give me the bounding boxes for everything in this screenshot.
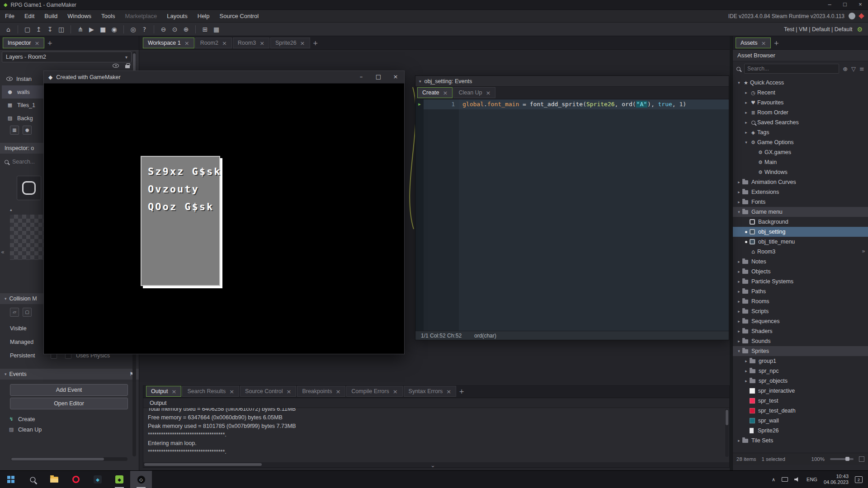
game-menu-item[interactable]: QOoz G$sk: [148, 201, 219, 212]
scrollbar-thumb[interactable]: [144, 463, 262, 466]
output-tab-breakpoints[interactable]: Breakpoints×: [297, 386, 345, 397]
output-tab-search-results[interactable]: Search Results×: [182, 386, 239, 397]
tree-arrow-icon[interactable]: ▸: [736, 190, 742, 194]
minimize-button[interactable]: –: [822, 0, 837, 10]
event-tab-clean-up[interactable]: Clean Up×: [453, 87, 495, 98]
asset-rooms[interactable]: ▸Rooms: [733, 296, 868, 306]
gamemaker-runner-taskbar-icon[interactable]: ◇: [130, 471, 152, 488]
scrollbar-thumb[interactable]: [726, 410, 728, 425]
horizontal-scrollbar[interactable]: [143, 462, 729, 467]
sprite-preview-thumbnail[interactable]: [17, 176, 41, 200]
export-button[interactable]: ↥: [33, 24, 44, 35]
view-toggle-icon[interactable]: [859, 456, 864, 462]
tree-arrow-icon[interactable]: ▸: [743, 369, 750, 373]
close-button[interactable]: ×: [387, 71, 404, 84]
vertical-scrollbar[interactable]: [725, 409, 729, 457]
tree-arrow-icon[interactable]: ▸: [743, 100, 750, 105]
tree-arrow-icon[interactable]: ▸: [736, 259, 742, 264]
asset-spr-objects[interactable]: ▸spr_objects: [733, 376, 868, 386]
tree-arrow-icon[interactable]: ▾: [736, 210, 742, 214]
asset-spr-test-death[interactable]: spr_test_death: [733, 406, 868, 416]
assets-tab[interactable]: Assets ×: [736, 38, 771, 48]
explorer-taskbar-icon[interactable]: [43, 471, 65, 488]
volume-icon[interactable]: [794, 477, 800, 482]
stop-button[interactable]: ■: [97, 24, 108, 35]
workspace-tab-workspace-1[interactable]: Workspace 1×: [143, 38, 194, 48]
scrollbar-thumb[interactable]: [11, 458, 104, 460]
close-icon[interactable]: ×: [393, 388, 398, 395]
save-button[interactable]: ◫: [56, 24, 67, 35]
close-icon[interactable]: ×: [335, 388, 340, 395]
collision-shape-button[interactable]: ▱: [10, 308, 19, 317]
asset-favourites[interactable]: ▸♥Favourites: [733, 98, 868, 108]
output-tab-source-control[interactable]: Source Control×: [240, 386, 296, 397]
close-icon[interactable]: ×: [286, 388, 291, 395]
asset-spr-npc[interactable]: ▸spr_npc: [733, 366, 868, 376]
asset-obj-setting[interactable]: obj_setting: [733, 227, 868, 237]
asset-sounds[interactable]: ▸Sounds: [733, 336, 868, 346]
event-tab-create[interactable]: Create×: [417, 87, 453, 98]
asset-spr-test[interactable]: spr_test: [733, 396, 868, 406]
code-area[interactable]: global.font_main = font_add_sprite(Sprit…: [459, 99, 729, 331]
game-viewport[interactable]: Sz9xz G$skOvzoutyQOoz G$sk: [44, 84, 404, 354]
home-button[interactable]: ⌂: [3, 24, 14, 35]
target-settings-icon[interactable]: ⚙: [857, 26, 863, 33]
menu-source-control[interactable]: Source Control: [215, 10, 264, 23]
asset-saved-searches[interactable]: ▸Saved Searches: [733, 117, 868, 127]
menu-help[interactable]: Help: [193, 10, 215, 23]
asset-recent[interactable]: ▸◷Recent: [733, 88, 868, 98]
workspace-tab-room3[interactable]: Room3×: [233, 38, 269, 48]
open-editor-button[interactable]: Open Editor: [10, 398, 128, 409]
asset-tags[interactable]: ▸◈Tags: [733, 127, 868, 137]
tree-arrow-icon[interactable]: ▸: [736, 438, 742, 443]
layout-button[interactable]: ▦: [211, 24, 222, 35]
code-editor[interactable]: ▸ 1 global.font_main = font_add_sprite(S…: [415, 99, 729, 331]
asset-paths[interactable]: ▸Paths: [733, 286, 868, 296]
menu-layouts[interactable]: Layouts: [162, 10, 193, 23]
breakpoint-margin[interactable]: ▸: [415, 99, 424, 331]
app-taskbar-icon[interactable]: ◆: [87, 471, 108, 488]
new-button[interactable]: ▢: [22, 24, 33, 35]
menu-build[interactable]: Build: [39, 10, 62, 23]
start-taskbar-icon[interactable]: [0, 471, 22, 488]
grid-button[interactable]: ⊞: [199, 24, 211, 35]
tree-arrow-icon[interactable]: ▸: [743, 110, 750, 115]
menu-tools[interactable]: Tools: [96, 10, 120, 23]
tree-arrow-icon[interactable]: ▸: [743, 379, 750, 383]
window-titlebar[interactable]: ◆ RPG Game1 - GameMaker – □ ×: [0, 0, 868, 10]
add-instance-layer-button[interactable]: ●: [23, 126, 32, 135]
runner-titlebar[interactable]: ◆ Created with GameMaker – □ ×: [44, 71, 404, 84]
asset-animation-curves[interactable]: ▸Animation Curves: [733, 177, 868, 187]
notifications-icon[interactable]: 2: [855, 476, 863, 483]
menu-file[interactable]: File: [0, 10, 19, 23]
asset-particle-systems[interactable]: ▸Particle Systems: [733, 277, 868, 286]
tree-arrow-icon[interactable]: ▸: [743, 120, 750, 125]
collapse-left-dock-icon[interactable]: «: [1, 249, 5, 255]
workspace-tab-sprite26[interactable]: Sprite26×: [270, 38, 310, 48]
asset-sequences[interactable]: ▸Sequences: [733, 316, 868, 326]
close-icon[interactable]: ×: [259, 40, 264, 47]
add-asset-icon[interactable]: ⊕: [843, 66, 848, 72]
tray-expand-icon[interactable]: ∧: [772, 477, 775, 483]
tree-arrow-icon[interactable]: ▸: [743, 130, 750, 135]
language-indicator[interactable]: ENG: [807, 477, 817, 482]
asset-obj-title-menu[interactable]: obj_title_menu: [733, 237, 868, 247]
tree-arrow-icon[interactable]: ▸: [736, 309, 742, 314]
asset-notes[interactable]: ▸Notes: [733, 257, 868, 267]
asset-spr-interactive[interactable]: spr_interactive: [733, 386, 868, 396]
close-icon[interactable]: ×: [222, 40, 227, 47]
asset-fonts[interactable]: ▸Fonts: [733, 197, 868, 207]
asset-gx-games[interactable]: ⚙GX.games: [733, 147, 868, 157]
add-layer-button[interactable]: ▦: [10, 126, 19, 135]
tree-arrow-icon[interactable]: ▸: [736, 279, 742, 284]
close-icon[interactable]: ×: [486, 89, 491, 96]
menu-icon[interactable]: ≡: [859, 66, 864, 72]
output-tab-syntax-errors[interactable]: Syntax Errors×: [404, 386, 457, 397]
asset-objects[interactable]: ▸Objects: [733, 267, 868, 277]
code-window-header[interactable]: ▾ obj_setting: Events: [415, 76, 729, 87]
close-icon[interactable]: ×: [446, 388, 451, 395]
tree-arrow-icon[interactable]: ▸: [736, 180, 742, 184]
tree-arrow-icon[interactable]: ▸: [736, 299, 742, 304]
tree-arrow-icon[interactable]: ▸: [736, 269, 742, 274]
asset-room3[interactable]: ⌂Room3: [733, 247, 868, 257]
